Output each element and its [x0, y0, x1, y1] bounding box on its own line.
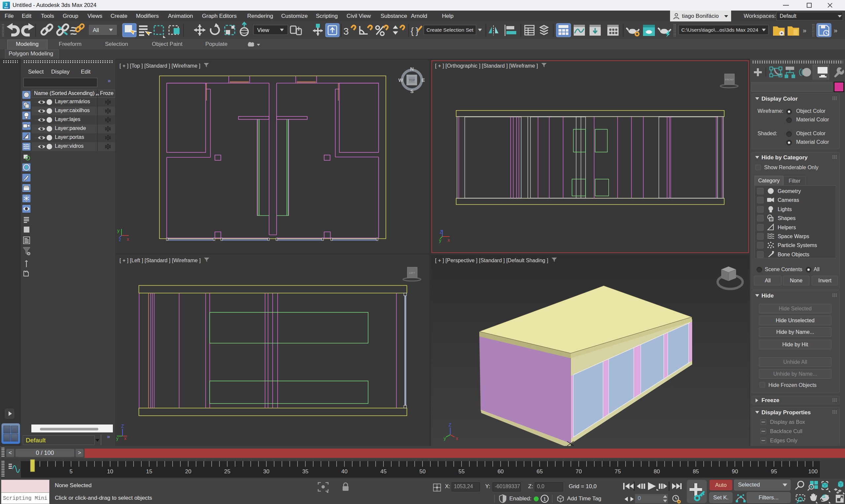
svg-text:N: N: [410, 66, 414, 72]
svg-text:»: »: [803, 27, 806, 34]
svg-text:5: 5: [70, 468, 73, 475]
svg-text:Lights: Lights: [778, 206, 792, 212]
svg-text:80: 80: [654, 468, 660, 475]
svg-text:20: 20: [185, 468, 191, 475]
svg-text:y: y: [444, 436, 446, 441]
svg-text:Cameras: Cameras: [778, 197, 799, 203]
svg-text:{ }: { }: [411, 26, 419, 36]
svg-text:65: 65: [536, 468, 543, 475]
svg-text:Helpers: Helpers: [778, 224, 796, 230]
svg-text:x: x: [456, 436, 458, 441]
svg-text:90: 90: [732, 468, 738, 475]
svg-text:E: E: [422, 77, 425, 83]
svg-text:30: 30: [263, 468, 269, 475]
svg-text:x: x: [127, 236, 129, 242]
svg-text:55: 55: [458, 468, 465, 475]
svg-text:W: W: [399, 77, 403, 83]
svg-text:Create Selection Set: Create Selection Set: [426, 27, 474, 33]
svg-text:C:\Users\tiago\...os\3ds Max 2: C:\Users\tiago\...os\3ds Max 2024: [681, 27, 758, 33]
svg-text:Space Warps: Space Warps: [778, 234, 809, 239]
svg-text:View: View: [257, 27, 269, 33]
svg-text:S: S: [410, 88, 413, 94]
svg-text:LEFT: LEFT: [409, 271, 416, 274]
svg-text:y: y: [117, 228, 120, 233]
svg-text:Z: Z: [448, 422, 452, 428]
svg-text:y: y: [116, 436, 119, 441]
svg-text:15: 15: [146, 468, 152, 475]
svg-text:MAX: MAX: [4, 6, 8, 8]
svg-text:Particle Systems: Particle Systems: [778, 242, 817, 248]
svg-text:Geometry: Geometry: [778, 188, 801, 194]
svg-text:Z: Z: [121, 424, 124, 429]
svg-text:3: 3: [5, 2, 7, 7]
svg-text:35: 35: [302, 468, 309, 475]
svg-text:3: 3: [343, 26, 349, 37]
svg-text:40: 40: [341, 468, 348, 475]
svg-text:45: 45: [380, 468, 387, 475]
svg-text:75: 75: [615, 468, 621, 475]
svg-text:Shapes: Shapes: [778, 215, 795, 221]
svg-text:x: x: [124, 436, 126, 441]
svg-text:All: All: [93, 27, 99, 33]
svg-text:70: 70: [576, 468, 582, 475]
svg-text:25: 25: [224, 468, 230, 475]
svg-text:10: 10: [107, 468, 113, 475]
svg-text:85: 85: [693, 468, 699, 475]
svg-text:60: 60: [497, 468, 504, 475]
svg-text:100: 100: [808, 468, 817, 475]
svg-text:TOP: TOP: [409, 78, 415, 82]
svg-text:»: »: [834, 27, 838, 34]
svg-text:95: 95: [771, 468, 777, 475]
svg-text:Bone Objects: Bone Objects: [778, 252, 809, 257]
svg-text:z: z: [119, 237, 121, 242]
svg-text:50: 50: [420, 468, 426, 475]
